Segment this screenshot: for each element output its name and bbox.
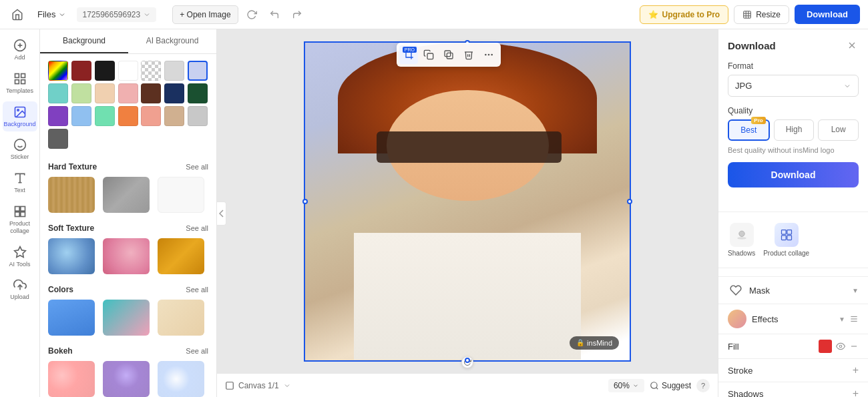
sidebar-item-add[interactable]: Add [3,35,37,65]
swatch-orange[interactable] [118,106,138,126]
resize-handle-left[interactable] [302,199,308,204]
swatch-silver[interactable] [188,106,208,126]
svg-point-10 [14,139,25,151]
delete-tool-button[interactable] [459,45,478,64]
effects-row[interactable]: Effects ▼ [718,304,868,334]
format-label: Format [728,61,859,71]
swatch-mint[interactable] [95,106,115,126]
swatch-salmon[interactable] [141,106,161,126]
tab-background[interactable]: Background [40,29,128,53]
resize-handle-bottom[interactable] [465,358,470,363]
collapse-panel-button[interactable] [217,202,226,226]
swatch-light-gray[interactable] [164,61,184,81]
sidebar-item-background[interactable]: Background [3,101,37,132]
color-bg-blue[interactable] [48,300,95,336]
duplicate-tool-button[interactable] [439,45,458,64]
shadows-panel-label: Shadows [728,389,763,398]
zoom-label: 60% [614,381,630,390]
tab-ai-background[interactable]: AI Background [128,29,216,53]
color-bg-section: Colors See all [40,278,216,340]
quality-high-button[interactable]: High [774,119,815,141]
bokeh-white[interactable] [158,361,204,397]
mask-row[interactable]: Mask ▼ [718,276,868,304]
swatch-sky-blue[interactable] [71,106,91,126]
swatch-dark-gray[interactable] [48,129,68,149]
shadows-tool[interactable]: Shadows [728,223,755,257]
more-tool-button[interactable] [479,45,498,64]
redo-button[interactable] [288,5,306,24]
help-button[interactable]: ? [696,379,710,392]
fill-eye-icon[interactable] [836,342,845,351]
suggest-button[interactable]: Suggest [650,381,691,390]
sidebar-label-sticker: Sticker [11,153,29,161]
pro-badge-best: Pro [751,117,765,124]
close-download-button[interactable] [845,39,859,52]
crop-tool-button[interactable]: PRO [399,45,418,64]
sidebar-item-product-collage[interactable]: Product collage [3,201,37,239]
shadows-add-icon[interactable]: + [853,388,859,397]
hard-texture-wood[interactable] [48,177,95,213]
soft-texture-water[interactable] [48,238,95,274]
sidebar-item-templates[interactable]: Templates [3,68,37,99]
swatch-checker[interactable] [141,61,161,81]
swatch-white[interactable] [118,61,138,81]
bokeh-see-all[interactable]: See all [186,347,208,355]
swatch-black[interactable] [95,61,115,81]
format-select[interactable]: JPG [728,75,859,97]
swatch-purple[interactable] [48,106,68,126]
product-collage-tool[interactable]: Product collage [763,223,809,257]
undo-button[interactable] [265,5,284,24]
hard-texture-white[interactable] [158,177,204,213]
fill-color-swatch[interactable] [819,340,832,353]
resize-button[interactable]: Resize [734,5,789,24]
canvas-image-container[interactable]: 🔒 insMind [304,41,631,362]
download-button-top[interactable]: Download [795,5,860,24]
sidebar-item-ai-tools[interactable]: AI Tools [3,242,37,272]
product-collage-label: Product collage [763,250,809,257]
upgrade-button[interactable]: ⭐ Upgrade to Pro [640,5,729,24]
watermark: 🔒 insMind [570,336,619,350]
download-action-button[interactable]: Download [728,162,859,187]
color-bg-beige[interactable] [158,300,204,336]
resize-handle-right[interactable] [627,199,632,204]
swatch-light-pink[interactable] [118,83,138,103]
zoom-control[interactable]: 60% [608,379,644,392]
swatch-dark-brown[interactable] [141,83,161,103]
quality-best-button[interactable]: Pro Best [728,119,770,141]
hard-texture-stone[interactable] [103,177,150,213]
swatch-navy[interactable] [164,83,184,103]
color-bg-teal-pink[interactable] [103,300,150,336]
soft-texture-pink[interactable] [103,238,150,274]
color-bg-header: Colors See all [48,285,208,294]
color-bg-see-all[interactable]: See all [186,286,208,294]
svg-rect-35 [787,230,791,235]
soft-texture-grid [48,238,208,274]
copy-tool-button[interactable] [419,45,438,64]
fill-minus-icon[interactable] [849,342,859,351]
swatch-light-green[interactable] [71,83,91,103]
bokeh-purple[interactable] [103,361,150,397]
color-bg-grid [48,300,208,336]
canvas-image[interactable] [305,43,630,360]
swatch-dark-red[interactable] [71,61,91,81]
sidebar-item-upload[interactable]: Upload [3,274,37,305]
bokeh-pink[interactable] [48,361,95,397]
soft-texture-see-all[interactable]: See all [186,224,208,232]
hard-texture-see-all[interactable]: See all [186,163,208,171]
quality-low-button[interactable]: Low [818,119,859,141]
soft-texture-gold[interactable] [158,238,204,274]
sidebar-item-text[interactable]: Text [3,167,37,198]
swatch-teal[interactable] [48,83,68,103]
open-image-button[interactable]: + Open Image [172,5,238,24]
files-button[interactable]: Files [32,7,71,22]
stroke-add-icon[interactable]: + [853,364,859,376]
refresh-button[interactable] [242,5,261,24]
sidebar-item-sticker[interactable]: Sticker [3,134,37,165]
swatch-light-blue[interactable] [188,61,208,81]
stroke-label: Stroke [728,366,753,376]
swatch-tan[interactable] [164,106,184,126]
swatch-peach[interactable] [95,83,115,103]
swatch-rainbow[interactable] [48,61,68,81]
swatch-dark-green[interactable] [188,83,208,103]
home-button[interactable] [8,5,27,24]
